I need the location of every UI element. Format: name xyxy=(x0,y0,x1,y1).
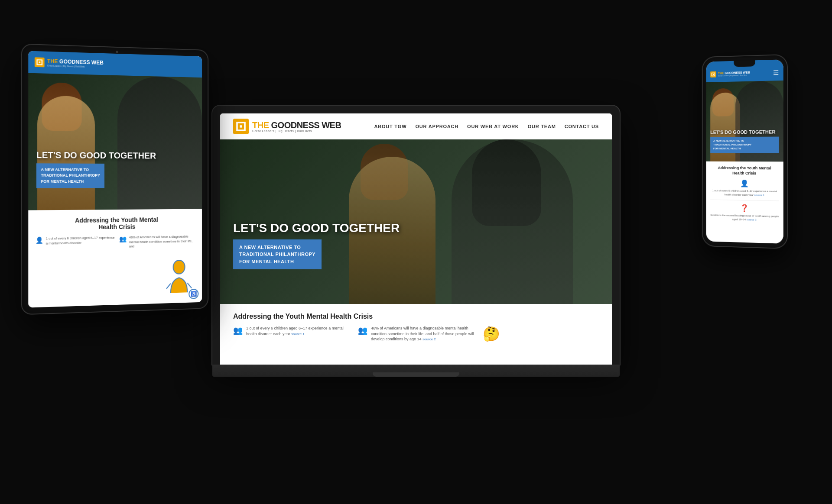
logo-icon xyxy=(233,119,249,134)
phone-stat2-source[interactable]: source 3 xyxy=(747,218,757,221)
hero-subtext-line1: A NEW ALTERNATIVE TO xyxy=(239,243,315,251)
tablet-hero-text: LET'S DO GOOD TOGETHER A NEW ALTERNATIVE… xyxy=(36,150,195,188)
nav-contact[interactable]: CONTACT US xyxy=(565,124,599,129)
phone-section-title: Addressing the Youth MentalHealth Crisis xyxy=(710,166,779,176)
stats-row: 👥 1 out of every 6 children aged 6–17 ex… xyxy=(233,326,599,342)
phone-screen: THE GOODNESS WEB Great Leaders | Big Hea… xyxy=(706,59,783,244)
tablet-subtext-1: A NEW ALTERNATIVE TO xyxy=(41,167,100,173)
stat2-text: 46% of Americans will have a diagnosable… xyxy=(371,326,474,342)
nav-web-at-work[interactable]: OUR WEB AT WORK xyxy=(467,124,519,129)
tablet-illustration xyxy=(164,258,194,294)
tablet-stats: 👤 1 out of every 6 children aged 6–17 ex… xyxy=(36,234,195,250)
laptop-bezel: THE GOODNESS WEB Great Leaders | Big Hea… xyxy=(212,106,620,365)
laptop-screen: THE GOODNESS WEB Great Leaders | Big Hea… xyxy=(220,113,612,365)
tablet-stat1-icon: 👤 xyxy=(36,236,43,244)
phone-subtext-1: A NEW ALTERNATIVE TO xyxy=(713,139,776,143)
tablet-logo-text: THE GOODNESS WEB Great Leaders | Big Hea… xyxy=(47,58,104,68)
tablet-logo-icon xyxy=(35,57,45,67)
svg-rect-3 xyxy=(39,61,40,63)
stat1-source[interactable]: source 1 xyxy=(291,332,305,336)
stat3-icon: 🤔 xyxy=(483,326,500,342)
svg-rect-1 xyxy=(240,125,242,127)
tablet-subtext-3: FOR MENTAL HEALTH xyxy=(41,178,100,184)
tablet-logo: THE GOODNESS WEB Great Leaders | Big Hea… xyxy=(35,57,104,69)
hero-text-block: LET'S DO GOOD TOGETHER A NEW ALTERNATIVE… xyxy=(233,222,400,269)
phone-content: Addressing the Youth MentalHealth Crisis… xyxy=(706,162,783,244)
stat1-icon: 👥 xyxy=(233,326,243,335)
svg-line-5 xyxy=(166,284,171,289)
stat-item-2: 👥 46% of Americans will have a diagnosab… xyxy=(358,326,474,342)
phone-stat1-icon: 👤 xyxy=(710,179,779,188)
hero-subtext-box: A NEW ALTERNATIVE TO TRADITIONAL PHILANT… xyxy=(233,239,322,269)
phone-hero-subtext: A NEW ALTERNATIVE TO TRADITIONAL PHILANT… xyxy=(710,137,779,153)
hero-subtext-line3: FOR MENTAL HEALTH xyxy=(239,258,315,265)
stat2-icon: 👥 xyxy=(358,326,367,335)
nav-our-team[interactable]: OUR TEAM xyxy=(528,124,556,129)
nav-approach[interactable]: OUR APPROACH xyxy=(415,124,458,129)
site-name: THE GOODNESS WEB xyxy=(252,120,341,129)
tablet-site-name-highlight: THE xyxy=(47,58,59,65)
site-name-highlight: THE xyxy=(252,120,271,129)
tablet-stat2-text: 46% of Americans will have a diagnosable… xyxy=(129,234,195,249)
phone-subtext-2: TRADITIONAL PHILANTHROPY xyxy=(713,143,776,147)
laptop-hero: LET'S DO GOOD TOGETHER A NEW ALTERNATIVE… xyxy=(220,139,612,304)
laptop-logo: THE GOODNESS WEB Great Leaders | Big Hea… xyxy=(233,119,341,134)
tablet-stat-1: 👤 1 out of every 6 children aged 6–17 ex… xyxy=(36,236,115,251)
svg-line-6 xyxy=(187,283,192,288)
tablet-stat1-text: 1 out of every 6 children aged 6–17 expe… xyxy=(46,236,115,246)
stat-item-3: 🤔 xyxy=(483,326,599,342)
phone-hero-headline: LET'S DO GOOD TOGETHER xyxy=(710,129,779,135)
tablet-hero-subtext: A NEW ALTERNATIVE TO TRADITIONAL PHILANT… xyxy=(36,163,104,188)
tablet-hero-headline: LET'S DO GOOD TOGETHER xyxy=(36,150,195,160)
phone-stat1-text: 1 out of every 6 children aged 6–17 expe… xyxy=(710,189,779,197)
phone-divider xyxy=(710,200,779,201)
tablet-hero: LET'S DO GOOD TOGETHER A NEW ALTERNATIVE… xyxy=(28,73,202,210)
phone-bezel: THE GOODNESS WEB Great Leaders | Big Hea… xyxy=(703,55,787,248)
site-tagline: Great Leaders | Big Hearts | Bold Bets xyxy=(252,129,341,132)
tablet-hero-figures xyxy=(28,73,202,210)
tablet-bezel: THE GOODNESS WEB Great Leaders | Big Hea… xyxy=(22,45,208,314)
phone-tagline: Great Leaders | Big Hearts | Bold Bets xyxy=(718,74,750,77)
laptop-base xyxy=(212,365,620,377)
phone-logo: THE GOODNESS WEB Great Leaders | Big Hea… xyxy=(710,71,750,78)
stat-item-1: 👥 1 out of every 6 children aged 6–17 ex… xyxy=(233,326,349,342)
phone-subtext-3: FOR MENTAL HEALTH xyxy=(713,147,776,151)
stat2-source[interactable]: source 2 xyxy=(422,337,436,341)
svg-point-4 xyxy=(173,260,185,274)
phone-notch xyxy=(734,60,755,67)
svg-rect-8 xyxy=(713,74,714,75)
tablet-section-title: Addressing the Youth MentalHealth Crisis xyxy=(36,216,195,231)
tablet-device: THE GOODNESS WEB Great Leaders | Big Hea… xyxy=(22,45,208,314)
tablet-subtext-2: TRADITIONAL PHILANTHROPY xyxy=(41,173,100,179)
laptop-content-section: Addressing the Youth Mental Health Crisi… xyxy=(220,304,612,365)
phone-device: THE GOODNESS WEB Great Leaders | Big Hea… xyxy=(703,55,787,248)
tablet-figure-right xyxy=(117,75,202,210)
logo-text: THE GOODNESS WEB Great Leaders | Big Hea… xyxy=(252,120,341,132)
tablet-stat2-icon: 👥 xyxy=(119,236,127,242)
tablet-screen: THE GOODNESS WEB Great Leaders | Big Hea… xyxy=(28,51,202,308)
section-title: Addressing the Youth Mental Health Crisi… xyxy=(233,313,599,320)
stat1-text: 1 out of every 6 children aged 6–17 expe… xyxy=(246,326,349,336)
phone-hero-text: LET'S DO GOOD TOGETHER A NEW ALTERNATIVE… xyxy=(710,129,779,153)
phone-logo-text: THE GOODNESS WEB Great Leaders | Big Hea… xyxy=(718,71,750,77)
phone-stat2-text: Suicide is the second leading cause of d… xyxy=(710,213,779,222)
hero-headline: LET'S DO GOOD TOGETHER xyxy=(233,222,400,235)
scene: THE GOODNESS WEB Great Leaders | Big Hea… xyxy=(0,0,832,504)
tablet-content: Addressing the Youth MentalHealth Crisis… xyxy=(28,209,202,308)
hamburger-icon[interactable]: ☰ xyxy=(773,69,779,77)
hero-subtext-line2: TRADITIONAL PHILANTHROPY xyxy=(239,251,315,258)
laptop-device: THE GOODNESS WEB Great Leaders | Big Hea… xyxy=(212,106,620,377)
phone-hero: LET'S DO GOOD TOGETHER A NEW ALTERNATIVE… xyxy=(706,81,783,162)
nav-links: ABOUT TGW OUR APPROACH OUR WEB AT WORK O… xyxy=(374,124,599,129)
phone-stat1-source[interactable]: source 1 xyxy=(754,194,764,196)
accessibility-icon[interactable]: ♿ xyxy=(188,289,198,299)
tablet-stat-2: 👥 46% of Americans will have a diagnosab… xyxy=(119,234,195,249)
tablet-camera xyxy=(116,51,118,53)
phone-stat2-icon: ❓ xyxy=(710,204,779,213)
laptop-nav: THE GOODNESS WEB Great Leaders | Big Hea… xyxy=(220,113,612,139)
tablet-illus-svg xyxy=(164,258,194,293)
nav-about[interactable]: ABOUT TGW xyxy=(374,124,406,129)
phone-logo-icon xyxy=(710,71,716,78)
